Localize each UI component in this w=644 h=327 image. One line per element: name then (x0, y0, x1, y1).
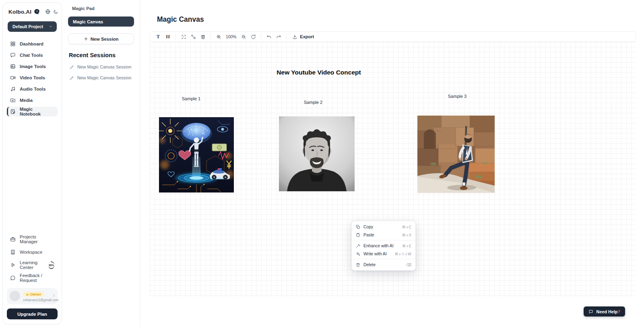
sidebar-item-video-tools[interactable]: Video Tools (7, 73, 58, 83)
app-window: Kolbo.AI Default Project Dashboard (0, 0, 644, 327)
text-tool-button[interactable]: T (154, 33, 163, 41)
sidebar-item-label: Dashboard (20, 41, 43, 46)
upgrade-plan-button[interactable]: Upgrade Plan (7, 308, 58, 319)
sidebar-item-label: Audio Tools (20, 87, 45, 91)
chevron-down-icon (49, 25, 53, 29)
sidebar-item-dashboard[interactable]: Dashboard (7, 39, 58, 49)
context-menu: Copy ⌘+C Paste ⌘+V Enhance with AI ⌘+E W… (351, 221, 416, 271)
crown-icon (26, 293, 29, 296)
pencil-icon (70, 76, 74, 80)
connector-icon (191, 34, 196, 39)
context-menu-delete[interactable]: Delete ⌫ (352, 261, 415, 269)
sidebar-item-audio-tools[interactable]: Audio Tools (7, 84, 58, 94)
user-card[interactable]: Owner zoharvan12@gmail.com (7, 288, 58, 305)
reset-view-button[interactable] (249, 33, 258, 41)
toolbar-divider (211, 34, 211, 39)
zoom-out-button[interactable] (239, 33, 248, 41)
sidebar-item-label: Media (20, 98, 33, 103)
context-menu-enhance-with-ai[interactable]: Enhance with AI ⌘+E (352, 242, 415, 250)
plus-icon (84, 37, 88, 41)
select-icon (181, 34, 186, 39)
sidebar-item-label: Chat Tools (20, 53, 43, 58)
select-tool-button[interactable] (179, 33, 188, 41)
toolbar-divider (261, 34, 261, 39)
undo-button[interactable] (264, 33, 273, 41)
sidebar-item-projects-manager[interactable]: Projects Manager (7, 234, 58, 244)
sidebar-footer-nav: Projects Manager Workspace Learning Cent… (7, 234, 58, 283)
context-menu-write-with-ai[interactable]: Write with AI ⌘+⇧+W (352, 250, 415, 258)
toolbar-divider (286, 34, 287, 39)
image-icon (10, 64, 16, 69)
project-selector-label: Default Project (12, 24, 43, 29)
sidebar-nav: Dashboard Chat Tools Image Tools Video T… (7, 39, 58, 116)
help-question-mark: ? (617, 309, 620, 314)
toolbar-divider (175, 34, 176, 39)
rotate-icon (251, 34, 256, 39)
zoom-out-icon (241, 34, 246, 39)
export-button[interactable]: Export (290, 34, 316, 39)
zoom-in-button[interactable] (214, 33, 223, 41)
undo-icon (266, 34, 272, 39)
trash-icon (200, 34, 206, 39)
wand-icon (356, 244, 360, 248)
context-menu-paste[interactable]: Paste ⌘+V (352, 231, 415, 239)
sidebar-item-label: Workspace (20, 250, 42, 255)
copy-icon (356, 225, 360, 229)
audio-icon (10, 86, 16, 92)
canvas-grid[interactable]: New Youtube Video Concept Sample 1 Sampl… (150, 42, 636, 297)
sidebar-item-magic-notebook[interactable]: Magic Notebook (7, 107, 58, 116)
sample-3-label[interactable]: Sample 3 (448, 94, 466, 99)
session-tab-magic-pad[interactable]: Magic Pad (68, 6, 134, 11)
sidebar-item-media[interactable]: Media (7, 95, 58, 105)
role-badge: Owner (23, 292, 44, 297)
main-area: Magic Canvas T H 100% Export New Youtube… (140, 0, 644, 327)
connector-tool-button[interactable] (189, 33, 198, 41)
sample-2-label[interactable]: Sample 2 (304, 100, 322, 105)
sidebar-item-image-tools[interactable]: Image Tools (7, 62, 58, 71)
paste-icon (356, 233, 360, 237)
brand-logo: Kolbo.AI (8, 9, 31, 15)
session-list-item[interactable]: New Magic Canvas Session (68, 75, 134, 80)
chat-icon (10, 52, 16, 58)
dashboard-icon (10, 41, 16, 47)
canvas-toolbar: T H 100% Export (150, 31, 636, 42)
shortcut-label: ⌘+E (402, 244, 411, 248)
feedback-icon (10, 275, 16, 281)
sample-1-label[interactable]: Sample 1 (182, 96, 200, 101)
redo-button[interactable] (274, 33, 283, 41)
sample-3-image[interactable] (417, 116, 495, 193)
session-tab-magic-canvas[interactable]: Magic Canvas (68, 17, 134, 27)
folder-icon (10, 97, 16, 103)
context-menu-divider (352, 259, 415, 259)
delete-tool-button[interactable] (198, 33, 207, 41)
new-session-button[interactable]: New Session (68, 33, 134, 44)
sidebar-item-label: Learning Center (20, 260, 43, 270)
need-help-button[interactable]: Need Help? (584, 306, 625, 317)
sidebar-item-chat-tools[interactable]: Chat Tools (7, 50, 58, 60)
sidebar-item-label: Image Tools (20, 64, 46, 69)
heading-tool-button[interactable]: H (163, 33, 172, 41)
sidebar-item-label: Video Tools (20, 75, 45, 80)
dark-mode-moon-icon[interactable] (53, 9, 58, 14)
download-icon (292, 34, 297, 39)
trash-icon (356, 263, 360, 267)
page-title: Magic Canvas (157, 15, 204, 24)
sidebar-item-workspace[interactable]: Workspace (7, 247, 58, 257)
sample-1-image[interactable] (159, 117, 234, 192)
context-menu-copy[interactable]: Copy ⌘+C (352, 223, 415, 231)
zoom-level: 100% (226, 35, 236, 39)
sparkles-icon (356, 252, 360, 256)
session-list-item[interactable]: New Magic Canvas Session (68, 64, 134, 69)
sidebar-item-feedback-request[interactable]: Feedback / Request (7, 273, 58, 283)
language-globe-icon[interactable] (45, 9, 51, 14)
sidebar-item-learning-center[interactable]: Learning Center 66% (7, 260, 58, 270)
sidebar-item-label: Magic Notebook (20, 107, 54, 116)
canvas-title[interactable]: New Youtube Video Concept (277, 69, 361, 76)
project-selector[interactable]: Default Project (8, 21, 57, 32)
context-menu-divider (352, 240, 415, 240)
sample-2-image[interactable] (279, 116, 355, 191)
shortcut-label: ⌫ (406, 263, 411, 267)
chat-bubble-icon (588, 309, 593, 314)
user-email: zoharvan12@gmail.com (23, 298, 58, 302)
sidebar-item-label: Projects Manager (20, 234, 54, 244)
